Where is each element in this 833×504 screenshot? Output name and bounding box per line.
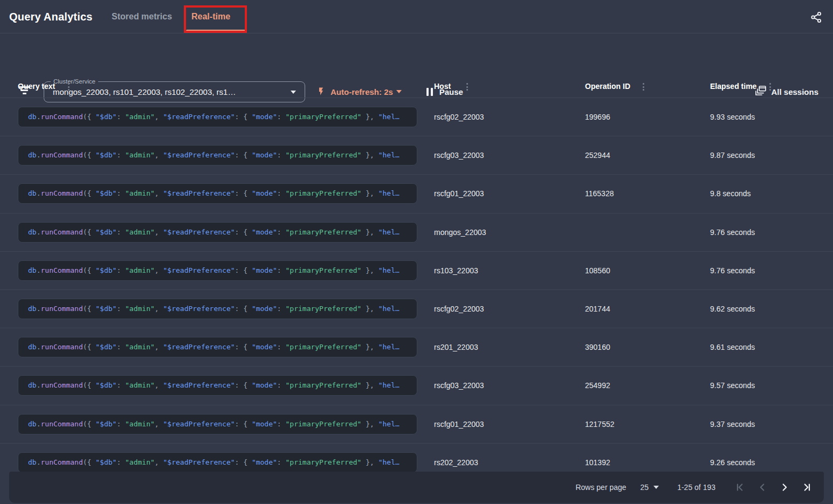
operation-id-cell: 201744 <box>585 290 610 328</box>
query-code[interactable]: db.runCommand({ "$db": "admin", "$readPr… <box>18 452 417 473</box>
query-analytics-app: Query Analytics Stored metrics Real-time… <box>0 0 833 504</box>
last-page-button[interactable] <box>800 481 813 494</box>
chevron-left-icon <box>756 481 768 493</box>
page-title: Query Analytics <box>9 0 93 33</box>
active-tab-underline <box>186 30 245 32</box>
column-header-query-text[interactable]: Query text <box>18 75 55 98</box>
app-header: Query Analytics Stored metrics Real-time <box>0 0 833 33</box>
table-row: db.runCommand({ "$db": "admin", "$readPr… <box>0 174 833 212</box>
host-cell: mongos_22003 <box>434 213 486 252</box>
table-row: db.runCommand({ "$db": "admin", "$readPr… <box>0 366 833 404</box>
rows-per-page-chevron-down-icon <box>653 486 659 489</box>
host-cell: rscfg02_22003 <box>434 98 484 136</box>
host-cell: rscfg03_22003 <box>434 367 484 405</box>
query-code[interactable]: db.runCommand({ "$db": "admin", "$readPr… <box>18 414 417 434</box>
pagination-bar: Rows per page 25 1-25 of 193 <box>9 472 824 503</box>
query-code[interactable]: db.runCommand({ "$db": "admin", "$readPr… <box>18 145 417 165</box>
query-code[interactable]: db.runCommand({ "$db": "admin", "$readPr… <box>18 375 417 396</box>
table-header: Query text Host Operation ID Elapsed tim… <box>0 75 833 98</box>
share-icon <box>810 16 823 25</box>
operation-id-cell: 1217552 <box>585 405 615 444</box>
tab-stored-metrics[interactable]: Stored metrics <box>112 0 172 33</box>
query-code[interactable]: db.runCommand({ "$db": "admin", "$readPr… <box>18 260 417 281</box>
toolbar: Cluster/Service mongos_22003, rs101_2200… <box>0 34 833 75</box>
host-cell: rs201_22003 <box>434 328 478 367</box>
pagination-range-label: 1-25 of 193 <box>677 483 715 492</box>
query-code[interactable]: db.runCommand({ "$db": "admin", "$readPr… <box>18 107 417 127</box>
elapsed-time-cell: 9.37 seconds <box>710 405 755 444</box>
column-header-elapsed-time[interactable]: Elapsed time <box>710 75 756 98</box>
elapsed-time-cell: 9.76 seconds <box>710 213 755 252</box>
elapsed-time-cell: 9.93 seconds <box>710 98 755 136</box>
tab-real-time[interactable]: Real-time <box>191 0 230 33</box>
operation-id-column-menu-icon[interactable] <box>641 83 646 91</box>
host-cell: rs103_22003 <box>434 252 478 290</box>
rows-per-page-value: 25 <box>641 483 649 492</box>
share-button[interactable] <box>810 11 823 24</box>
elapsed-time-cell: 9.76 seconds <box>710 252 755 290</box>
first-page-icon <box>734 481 746 493</box>
chevron-right-icon <box>779 481 790 493</box>
operation-id-cell: 108560 <box>585 252 610 290</box>
column-header-host[interactable]: Host <box>434 75 451 98</box>
query-code[interactable]: db.runCommand({ "$db": "admin", "$readPr… <box>18 183 417 204</box>
host-cell: rscfg03_22003 <box>434 136 484 175</box>
elapsed-time-cell: 9.62 seconds <box>710 290 755 328</box>
query-code[interactable]: db.runCommand({ "$db": "admin", "$readPr… <box>18 337 417 357</box>
previous-page-button[interactable] <box>756 481 769 494</box>
rows-per-page-select[interactable]: 25 <box>641 483 659 492</box>
elapsed-time-cell: 9.8 seconds <box>710 175 751 213</box>
host-cell: rscfg02_22003 <box>434 290 484 328</box>
rows-per-page-label: Rows per page <box>575 483 626 492</box>
table-row: db.runCommand({ "$db": "admin", "$readPr… <box>0 136 833 174</box>
operation-id-cell: 252944 <box>585 136 610 175</box>
operation-id-cell: 254992 <box>585 367 610 405</box>
query-code[interactable]: db.runCommand({ "$db": "admin", "$readPr… <box>18 222 417 243</box>
query-code[interactable]: db.runCommand({ "$db": "admin", "$readPr… <box>18 299 417 319</box>
elapsed-time-cell: 9.87 seconds <box>710 136 755 175</box>
elapsed-time-cell: 9.57 seconds <box>710 367 755 405</box>
operation-id-cell: 199696 <box>585 98 610 136</box>
host-cell: rscfg01_22003 <box>434 175 484 213</box>
table-row: db.runCommand({ "$db": "admin", "$readPr… <box>0 98 833 136</box>
column-header-operation-id[interactable]: Operation ID <box>585 75 630 98</box>
first-page-button[interactable] <box>734 481 747 494</box>
elapsed-time-cell: 9.61 seconds <box>710 328 755 367</box>
host-cell: rscfg01_22003 <box>434 405 484 444</box>
table-body: db.runCommand({ "$db": "admin", "$readPr… <box>0 98 833 481</box>
table-row: db.runCommand({ "$db": "admin", "$readPr… <box>0 289 833 328</box>
last-page-icon <box>801 481 813 493</box>
table-row: db.runCommand({ "$db": "admin", "$readPr… <box>0 405 833 443</box>
host-column-menu-icon[interactable] <box>464 83 470 91</box>
operation-id-cell: 390160 <box>585 328 610 367</box>
operation-id-cell: 1165328 <box>585 175 614 213</box>
elapsed-time-column-menu-icon[interactable] <box>767 83 773 91</box>
query-text-column-menu-icon[interactable] <box>66 83 71 91</box>
next-page-button[interactable] <box>778 481 791 494</box>
table-row: db.runCommand({ "$db": "admin", "$readPr… <box>0 251 833 289</box>
table-row: db.runCommand({ "$db": "admin", "$readPr… <box>0 213 833 251</box>
table-row: db.runCommand({ "$db": "admin", "$readPr… <box>0 328 833 366</box>
